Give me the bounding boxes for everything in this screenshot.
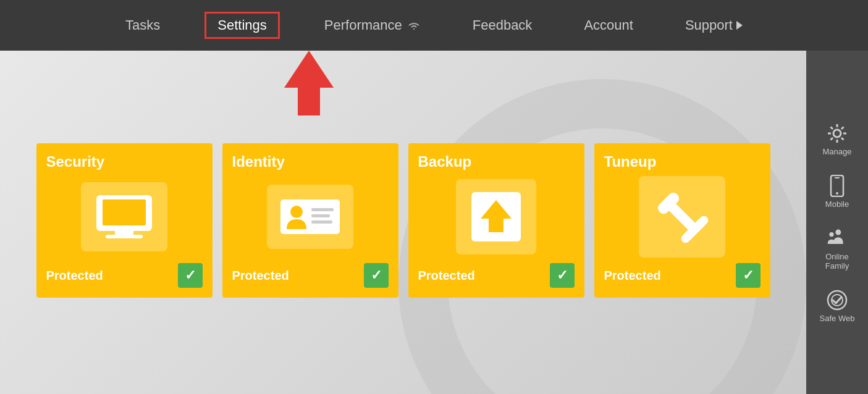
id-card-icon [279,195,341,239]
tuneup-tile-icon-area [604,175,761,258]
arrow-head [284,51,334,88]
security-tile-footer: Protected [46,263,203,288]
svg-point-25 [836,192,838,195]
wrench-icon [651,186,713,248]
arrow-annotation [284,51,334,88]
security-status: Protected [46,269,103,283]
svg-point-15 [833,130,841,137]
nav-feedback[interactable]: Feedback [465,12,540,38]
safe-web-icon [826,289,848,311]
tuneup-tile-title: Tuneup [604,153,761,170]
nav-support[interactable]: Support [678,12,750,38]
backup-check-badge [550,263,575,288]
right-sidebar: Manage Mobile [806,51,868,394]
nav-items-container: Tasks Settings Performance Feedback Acco… [118,12,750,39]
arrow-shaft [298,85,320,115]
identity-tile-footer: Protected [232,263,389,288]
svg-point-5 [290,206,303,218]
sidebar-item-mobile[interactable]: Mobile [806,169,868,215]
identity-status: Protected [232,269,289,283]
tuneup-tile-footer: Protected [604,263,761,288]
upload-icon [468,189,524,245]
security-icon-bg [81,182,167,251]
svg-rect-3 [106,235,143,238]
top-navigation: Tasks Settings Performance Feedback Acco… [0,0,868,51]
svg-line-20 [831,127,833,129]
svg-line-23 [831,138,833,140]
sidebar-manage-label: Manage [823,147,852,156]
svg-point-28 [829,232,833,237]
backup-tile-title: Backup [418,153,575,170]
mobile-icon [826,175,848,197]
backup-tile[interactable]: Backup Protected [408,143,584,298]
security-check-badge [178,263,203,288]
backup-tile-footer: Protected [418,263,575,288]
sidebar-safe-web-label: Safe Web [820,314,855,323]
tiles-row: Security Protected [24,143,783,298]
security-tile-title: Security [46,153,203,170]
wifi-icon [407,21,421,30]
identity-tile-icon-area [232,175,389,258]
nav-account[interactable]: Account [576,12,641,38]
svg-point-29 [828,291,846,309]
tuneup-check-badge [736,263,761,288]
svg-rect-1 [103,199,146,225]
svg-rect-6 [311,208,334,211]
gear-icon [826,122,848,145]
backup-tile-icon-area [418,175,575,258]
sidebar-online-family-label: Online Family [825,252,849,270]
sidebar-item-manage[interactable]: Manage [806,116,868,162]
tuneup-icon-bg [639,176,725,258]
main-content: Security Protected [0,51,806,394]
main-area: Security Protected [0,51,868,394]
svg-rect-7 [311,214,330,217]
sidebar-item-safe-web[interactable]: Safe Web [806,283,868,329]
support-arrow-icon [736,21,743,30]
svg-line-22 [841,127,844,129]
svg-rect-2 [115,231,133,235]
security-tile-icon-area [46,175,203,258]
tuneup-status: Protected [604,269,661,283]
svg-rect-26 [835,177,840,178]
sidebar-mobile-label: Mobile [825,199,849,209]
family-icon [826,227,848,249]
nav-tasks[interactable]: Tasks [118,12,167,38]
sidebar-item-online-family[interactable]: Online Family [806,221,868,277]
svg-line-21 [841,138,844,140]
monitor-icon [93,192,155,241]
backup-status: Protected [418,269,475,283]
svg-rect-8 [311,220,332,224]
nav-settings[interactable]: Settings [204,12,280,39]
identity-icon-bg [267,185,353,249]
svg-point-27 [835,229,841,235]
nav-performance[interactable]: Performance [317,12,428,38]
security-tile[interactable]: Security Protected [36,143,213,298]
identity-tile[interactable]: Identity [222,143,398,298]
identity-check-badge [364,263,389,288]
tuneup-tile[interactable]: Tuneup [594,143,770,298]
backup-icon-bg [456,179,536,254]
identity-tile-title: Identity [232,153,389,170]
